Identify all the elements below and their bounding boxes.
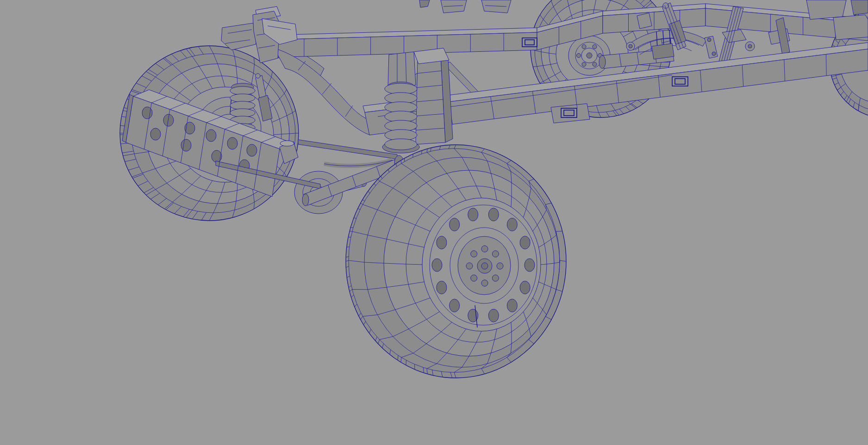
- front-right-wheel: [346, 145, 566, 378]
- viewport-3d[interactable]: [0, 0, 868, 445]
- viewport-canvas[interactable]: [0, 0, 868, 445]
- rail-bracket: [551, 104, 590, 123]
- u-bolt-plate: [652, 43, 674, 59]
- bump-stop: [637, 13, 652, 29]
